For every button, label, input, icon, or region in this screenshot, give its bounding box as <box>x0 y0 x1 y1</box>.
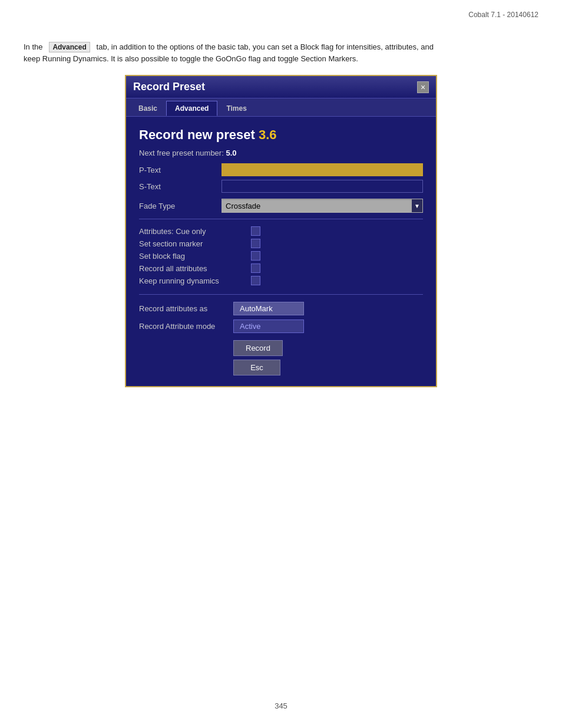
record-attribute-mode-value[interactable]: Active <box>233 319 304 333</box>
checkbox-label-3: Record all attributes <box>139 264 251 273</box>
record-preset-dialog: Record Preset × Basic Advanced Times Rec… <box>125 75 437 387</box>
stext-input[interactable] <box>222 180 423 193</box>
checkbox-row-2: Set block flag <box>139 251 423 261</box>
record-button[interactable]: Record <box>233 340 283 356</box>
tab-advanced[interactable]: Advanced <box>166 101 217 116</box>
preset-title-prefix: Record new preset <box>139 127 259 142</box>
ptext-input[interactable] <box>222 163 423 176</box>
checkbox-label-2: Set block flag <box>139 252 251 261</box>
preset-number: 3.6 <box>259 127 277 142</box>
esc-button[interactable]: Esc <box>233 360 280 375</box>
dialog-close-button[interactable]: × <box>417 81 429 93</box>
checkbox-row-1: Set section marker <box>139 239 423 248</box>
checkbox-0[interactable] <box>251 226 260 236</box>
checkbox-2[interactable] <box>251 251 260 261</box>
intro-tab-highlight: Advanced <box>49 42 90 52</box>
intro-text-part1: In the <box>24 42 43 51</box>
fade-type-arrow-icon: ▼ <box>412 199 422 212</box>
checkbox-label-4: Keep running dynamics <box>139 276 251 285</box>
stext-label: S-Text <box>139 182 222 191</box>
version-label: Cobalt 7.1 - 20140612 <box>468 11 538 19</box>
record-attributes-row: Record attributes as AutoMark <box>139 302 423 315</box>
checkboxes-section: Attributes: Cue only Set section marker … <box>139 226 423 295</box>
checkbox-3[interactable] <box>251 263 260 273</box>
record-attribute-mode-label: Record Attribute mode <box>139 322 233 331</box>
checkbox-row-0: Attributes: Cue only <box>139 226 423 236</box>
dialog-title: Record Preset <box>133 81 205 93</box>
tab-times[interactable]: Times <box>217 101 255 116</box>
checkbox-row-3: Record all attributes <box>139 263 423 273</box>
checkbox-4[interactable] <box>251 276 260 285</box>
stext-row: S-Text <box>139 180 423 193</box>
record-attribute-mode-row: Record Attribute mode Active <box>139 319 423 333</box>
ptext-label: P-Text <box>139 166 222 174</box>
action-buttons: Record Esc <box>233 340 423 375</box>
checkbox-label-0: Attributes: Cue only <box>139 227 251 236</box>
next-free-value: 5.0 <box>226 149 236 157</box>
page-number: 345 <box>275 701 287 710</box>
checkbox-1[interactable] <box>251 239 260 248</box>
record-attributes-label: Record attributes as <box>139 304 233 313</box>
dialog-tabs: Basic Advanced Times <box>126 98 436 117</box>
checkbox-label-1: Set section marker <box>139 239 251 248</box>
checkbox-row-4: Keep running dynamics <box>139 276 423 285</box>
dialog-titlebar: Record Preset × <box>126 76 436 98</box>
intro-paragraph: In the Advanced tab, in addition to the … <box>24 41 436 64</box>
record-attributes-value[interactable]: AutoMark <box>233 302 304 315</box>
dialog-body: Record new preset 3.6 Next free preset n… <box>126 117 436 386</box>
record-section: Record attributes as AutoMark Record Att… <box>139 302 423 375</box>
fade-type-value: Crossfade <box>222 200 412 212</box>
tab-basic[interactable]: Basic <box>130 101 166 116</box>
ptext-row: P-Text <box>139 163 423 176</box>
fade-type-label: Fade Type <box>139 202 222 210</box>
next-free-label: Next free preset number: 5.0 <box>139 149 423 157</box>
fade-type-select[interactable]: Crossfade ▼ <box>222 199 423 213</box>
preset-title: Record new preset 3.6 <box>139 127 423 143</box>
fade-type-row: Fade Type Crossfade ▼ <box>139 199 423 219</box>
